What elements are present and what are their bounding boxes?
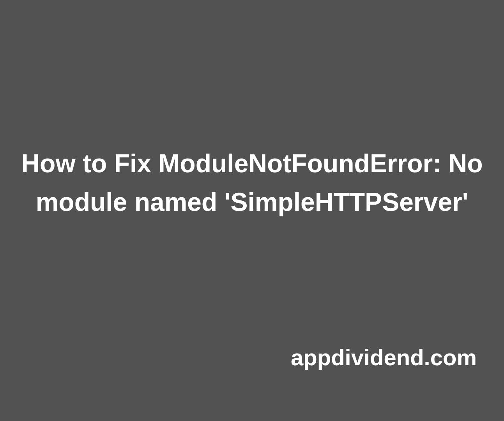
- article-title: How to Fix ModuleNotFoundError: No modul…: [0, 144, 504, 221]
- site-attribution: appdividend.com: [291, 344, 477, 370]
